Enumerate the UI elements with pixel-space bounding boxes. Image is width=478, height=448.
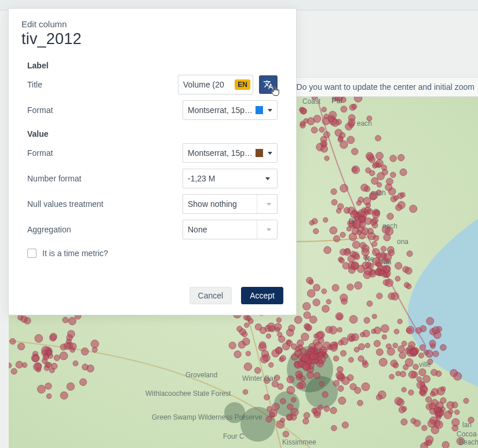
svg-point-644 <box>408 390 414 395</box>
chevron-down-icon <box>267 228 271 231</box>
svg-point-353 <box>238 341 245 348</box>
value-format-select[interactable]: Montserrat, 15px… <box>183 143 278 163</box>
accept-button[interactable]: Accept <box>241 287 283 304</box>
svg-point-378 <box>330 344 337 351</box>
svg-point-44 <box>322 107 327 112</box>
svg-point-371 <box>303 303 311 310</box>
svg-point-363 <box>330 407 337 414</box>
svg-point-753 <box>390 155 397 162</box>
svg-point-115 <box>313 228 319 234</box>
svg-point-397 <box>381 325 389 333</box>
map-label: rna <box>381 258 392 266</box>
svg-point-639 <box>435 421 443 429</box>
map-label: Pal <box>331 97 342 105</box>
svg-point-522 <box>68 318 76 325</box>
svg-point-329 <box>376 395 382 400</box>
svg-point-331 <box>244 363 252 371</box>
svg-point-408 <box>349 315 357 323</box>
modal-subtitle: Edit column <box>21 19 283 29</box>
svg-point-181 <box>381 265 387 271</box>
svg-point-689 <box>399 352 406 359</box>
svg-point-740 <box>377 173 385 180</box>
svg-point-112 <box>339 258 344 263</box>
svg-point-302 <box>312 408 318 414</box>
svg-point-121 <box>400 192 405 197</box>
map-label: Winter Gar <box>242 374 276 383</box>
svg-point-707 <box>394 329 399 334</box>
svg-point-17 <box>335 129 342 137</box>
svg-point-626 <box>395 398 402 405</box>
svg-point-670 <box>431 369 437 376</box>
null-values-select[interactable]: Show nothing <box>183 194 278 214</box>
svg-point-77 <box>346 227 351 231</box>
svg-point-486 <box>60 392 68 399</box>
svg-point-641 <box>419 389 425 395</box>
svg-point-304 <box>333 356 338 361</box>
svg-point-523 <box>35 334 43 343</box>
modal-header: Edit column tiv_2012 <box>9 9 296 53</box>
aggregation-value: None <box>188 225 257 234</box>
svg-point-308 <box>335 312 343 320</box>
cancel-button[interactable]: Cancel <box>189 287 232 304</box>
svg-point-374 <box>362 383 370 391</box>
translate-button[interactable] <box>259 75 278 94</box>
svg-point-405 <box>276 348 282 354</box>
svg-point-50 <box>321 145 328 152</box>
svg-point-240 <box>338 397 346 405</box>
svg-point-372 <box>283 431 289 438</box>
title-input[interactable]: Volume (20 EN <box>178 75 253 94</box>
svg-point-407 <box>372 314 377 319</box>
svg-point-752 <box>385 184 392 191</box>
svg-point-700 <box>391 360 397 367</box>
svg-point-496 <box>34 363 42 371</box>
svg-point-620 <box>422 425 427 431</box>
svg-point-182 <box>348 267 355 274</box>
time-metric-checkbox[interactable] <box>27 249 37 258</box>
svg-point-384 <box>260 355 268 363</box>
svg-point-409 <box>309 353 316 360</box>
row-title-label: Title <box>27 80 178 89</box>
svg-point-135 <box>367 209 373 214</box>
map-label: ville <box>419 360 431 369</box>
svg-point-319 <box>291 398 296 403</box>
svg-point-404 <box>287 415 293 420</box>
svg-point-410 <box>280 355 286 361</box>
svg-point-37 <box>331 119 339 126</box>
svg-point-139 <box>363 197 371 205</box>
svg-point-129 <box>331 189 337 195</box>
svg-point-754 <box>391 172 396 178</box>
aggregation-select[interactable]: None <box>183 220 278 239</box>
label-format-select[interactable]: Montserrat, 15px… <box>183 100 278 120</box>
svg-point-521 <box>46 362 52 367</box>
svg-point-262 <box>255 324 261 330</box>
chevron-down-icon <box>268 152 272 155</box>
number-format-select[interactable]: -1,23 M <box>183 169 278 188</box>
row-label-format: Format Montserrat, 15px… <box>27 100 278 120</box>
title-input-value: Volume (20 <box>183 80 232 89</box>
svg-point-491 <box>91 340 99 348</box>
svg-point-296 <box>260 341 266 348</box>
svg-point-6 <box>354 97 362 102</box>
svg-point-386 <box>318 405 323 410</box>
svg-point-251 <box>342 422 348 428</box>
svg-point-236 <box>349 358 354 363</box>
svg-point-69 <box>334 235 340 242</box>
svg-point-42 <box>313 115 321 123</box>
svg-point-90 <box>360 242 366 249</box>
svg-point-605 <box>455 410 459 414</box>
svg-point-128 <box>359 232 366 239</box>
svg-point-645 <box>444 411 452 419</box>
svg-point-140 <box>359 216 366 223</box>
svg-point-354 <box>337 327 342 332</box>
svg-point-310 <box>243 315 249 320</box>
svg-point-698 <box>408 371 416 378</box>
svg-point-527 <box>82 364 89 370</box>
svg-point-538 <box>67 335 72 341</box>
svg-point-492 <box>45 383 52 389</box>
modal-title: tiv_2012 <box>21 30 283 48</box>
svg-point-705 <box>432 327 439 334</box>
svg-point-126 <box>340 249 346 255</box>
svg-point-658 <box>436 411 441 417</box>
svg-point-682 <box>408 341 415 348</box>
svg-point-539 <box>16 361 23 368</box>
